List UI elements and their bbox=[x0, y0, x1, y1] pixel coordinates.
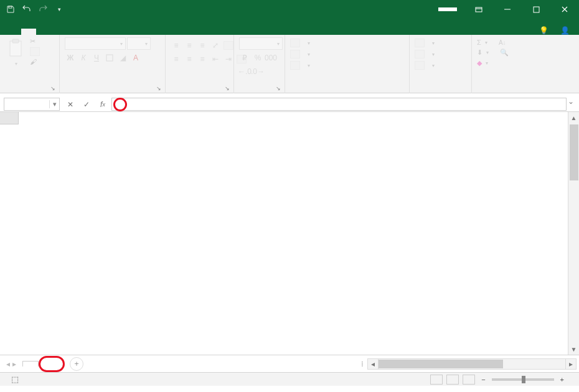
hscroll-thumb[interactable] bbox=[379, 360, 503, 368]
sheet-tab-microexcel[interactable] bbox=[22, 361, 39, 366]
zoom-out-button[interactable]: − bbox=[479, 376, 487, 383]
bold-button[interactable]: Ж bbox=[65, 52, 76, 63]
tab-home[interactable] bbox=[21, 29, 36, 35]
vertical-scrollbar[interactable]: ▲ ▼ bbox=[568, 112, 579, 355]
fill-button[interactable]: ⬇▾ 🔍 bbox=[477, 47, 509, 58]
align-right-button[interactable]: ≡ bbox=[197, 54, 208, 65]
italic-button[interactable]: К bbox=[78, 52, 89, 63]
decrease-decimal-button[interactable]: .0→ bbox=[252, 66, 263, 77]
fill-color-button[interactable]: ◢ bbox=[117, 52, 128, 63]
cancel-formula-button[interactable]: ✕ bbox=[62, 97, 78, 111]
percent-button[interactable]: % bbox=[252, 52, 263, 63]
enter-formula-button[interactable]: ✓ bbox=[78, 97, 95, 111]
undo-icon[interactable] bbox=[21, 4, 32, 15]
tab-prev-icon[interactable]: ▸ bbox=[12, 360, 16, 368]
chevron-down-icon[interactable]: ▾ bbox=[49, 100, 59, 108]
format-icon bbox=[415, 61, 425, 70]
svg-rect-4 bbox=[534, 7, 539, 12]
close-icon[interactable] bbox=[550, 0, 579, 19]
insert-cells-button[interactable]: ▾ bbox=[415, 37, 435, 49]
save-icon[interactable] bbox=[5, 4, 16, 15]
align-center-button[interactable]: ≡ bbox=[184, 54, 195, 65]
wrap-text-button[interactable] bbox=[223, 40, 234, 51]
redo-icon[interactable] bbox=[37, 4, 49, 15]
indent-decrease-button[interactable]: ⇤ bbox=[210, 54, 221, 65]
indent-increase-button[interactable]: ⇥ bbox=[223, 54, 234, 65]
name-box[interactable]: ▾ bbox=[4, 98, 60, 111]
dialog-launcher-icon[interactable]: ↘ bbox=[50, 85, 55, 91]
underline-button[interactable]: Ч bbox=[91, 52, 102, 63]
minimize-icon[interactable] bbox=[493, 0, 522, 19]
increase-decimal-button[interactable]: ←.0 bbox=[239, 66, 250, 77]
formula-input[interactable] bbox=[111, 98, 567, 111]
font-family-combo[interactable]: ▾ bbox=[65, 37, 126, 50]
paste-button[interactable]: ▾ bbox=[5, 37, 27, 68]
zoom-slider[interactable] bbox=[492, 378, 554, 381]
format-painter-button[interactable]: 🖌 bbox=[30, 58, 40, 65]
conditional-formatting-button[interactable]: ▾ bbox=[290, 37, 310, 49]
horizontal-scrollbar[interactable]: ⁞ ◂ ▸ bbox=[83, 358, 579, 370]
number-format-combo[interactable]: ▾ bbox=[239, 37, 283, 50]
copy-button[interactable] bbox=[30, 47, 40, 56]
autosum-button[interactable]: Σ▾ A↓ bbox=[477, 37, 506, 47]
tab-data[interactable] bbox=[81, 29, 96, 35]
tab-developer[interactable] bbox=[126, 29, 141, 35]
dialog-launcher-icon[interactable]: ↘ bbox=[156, 85, 161, 91]
new-sheet-button[interactable]: ＋ bbox=[70, 357, 83, 371]
dialog-launcher-icon[interactable]: ↘ bbox=[276, 85, 281, 91]
delete-cells-button[interactable]: ▾ bbox=[415, 49, 435, 60]
scroll-right-icon[interactable]: ▸ bbox=[565, 358, 577, 370]
align-middle-button[interactable]: ≡ bbox=[184, 40, 195, 51]
ribbon-display-icon[interactable] bbox=[464, 0, 493, 19]
tab-nav: ◂ ▸ bbox=[0, 360, 22, 368]
comma-button[interactable]: 000 bbox=[265, 52, 276, 63]
font-size-combo[interactable]: ▾ bbox=[127, 37, 151, 50]
formula-bar-row: ▾ ✕ ✓ fx ⌄ bbox=[0, 97, 579, 112]
tab-insert[interactable] bbox=[36, 29, 51, 35]
svg-rect-7 bbox=[106, 55, 113, 61]
fx-button[interactable]: fx bbox=[95, 97, 111, 111]
maximize-icon[interactable] bbox=[522, 0, 550, 19]
align-top-button[interactable]: ≡ bbox=[171, 40, 182, 51]
align-bottom-button[interactable]: ≡ bbox=[197, 40, 208, 51]
format-as-table-button[interactable]: ▾ bbox=[290, 49, 310, 60]
cell-styles-button[interactable]: ▾ bbox=[290, 60, 310, 71]
format-cells-button[interactable]: ▾ bbox=[415, 60, 435, 71]
expand-formula-bar-icon[interactable]: ⌄ bbox=[565, 97, 577, 106]
scroll-left-icon[interactable]: ◂ bbox=[367, 358, 379, 370]
tab-first-icon[interactable]: ◂ bbox=[6, 360, 10, 368]
svg-rect-6 bbox=[12, 39, 19, 43]
tab-view[interactable] bbox=[111, 29, 126, 35]
select-all-corner[interactable] bbox=[0, 112, 19, 124]
currency-button[interactable]: ₽ bbox=[239, 52, 250, 63]
svg-rect-1 bbox=[476, 7, 482, 12]
scroll-thumb[interactable] bbox=[570, 124, 578, 180]
zoom-in-button[interactable]: + bbox=[558, 376, 567, 383]
scroll-up-icon[interactable]: ▲ bbox=[568, 112, 579, 123]
tab-review[interactable] bbox=[96, 29, 111, 35]
view-page-break-button[interactable] bbox=[463, 375, 475, 385]
clear-button[interactable]: ◆▾ bbox=[477, 58, 488, 68]
align-left-button[interactable]: ≡ bbox=[171, 54, 182, 65]
font-color-button[interactable]: А bbox=[130, 52, 141, 63]
border-button[interactable] bbox=[104, 52, 115, 63]
scroll-down-icon[interactable]: ▼ bbox=[568, 343, 579, 355]
orientation-button[interactable]: ⤢ bbox=[210, 40, 221, 51]
tab-file[interactable] bbox=[4, 29, 21, 35]
quick-access-toolbar: ▾ bbox=[0, 4, 65, 15]
view-normal-button[interactable] bbox=[430, 375, 443, 385]
sort-filter-icon: A↓ bbox=[499, 39, 506, 46]
macro-record-icon[interactable]: ⬚ bbox=[11, 375, 19, 384]
tab-help[interactable] bbox=[141, 29, 156, 35]
tab-formulas[interactable] bbox=[66, 29, 81, 35]
cut-button[interactable]: ✂ bbox=[30, 37, 40, 45]
qat-customize-icon[interactable]: ▾ bbox=[54, 4, 65, 15]
tab-layout[interactable] bbox=[51, 29, 66, 35]
ribbon: ▾ ✂ 🖌 ↘ ▾ ▾ Ж К Ч ◢ А ↘ bbox=[0, 35, 579, 93]
dialog-launcher-icon[interactable]: ↘ bbox=[225, 85, 230, 91]
signin-button[interactable] bbox=[438, 7, 457, 11]
tell-me[interactable]: 💡 bbox=[539, 26, 552, 35]
view-page-layout-button[interactable] bbox=[446, 375, 459, 385]
sheet-tab-list2[interactable] bbox=[44, 362, 59, 366]
share-button[interactable]: 👤 bbox=[560, 26, 573, 35]
